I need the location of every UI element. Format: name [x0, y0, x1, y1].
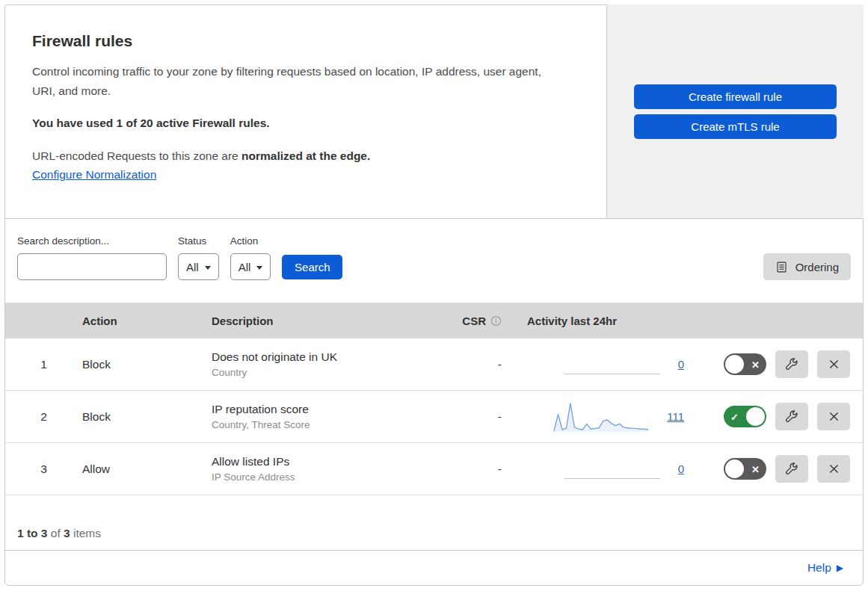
delete-rule-button[interactable]	[817, 350, 850, 378]
rules-table: Action Description CSR Activity last 24h…	[5, 303, 863, 495]
rule-description-cell: Allow listed IPs IP Source Address	[212, 455, 458, 483]
activity-count-link[interactable]: 111	[667, 410, 684, 423]
rule-action: Allow	[82, 462, 212, 476]
rule-description: Does not originate in UK	[212, 350, 458, 364]
x-icon: ✕	[751, 463, 760, 474]
search-group: Search description...	[17, 235, 167, 280]
help-bar: Help ▶	[5, 550, 863, 585]
action-dropdown[interactable]: All	[230, 253, 271, 280]
edit-rule-button[interactable]	[775, 403, 808, 430]
delete-rule-button[interactable]	[817, 403, 850, 430]
search-button[interactable]: Search	[282, 255, 342, 279]
rule-controls: ✓ ✕	[698, 403, 863, 430]
rule-priority: 1	[5, 358, 82, 371]
intro-card: Firewall rules Control incoming traffic …	[4, 4, 607, 219]
normalization-note: URL-encoded Requests to this zone are no…	[32, 149, 576, 163]
configure-normalization-link[interactable]: Configure Normalization	[32, 168, 156, 181]
status-dropdown-value: All	[186, 261, 199, 273]
check-icon: ✓	[730, 411, 739, 422]
ordering-button-label: Ordering	[795, 261, 839, 273]
close-icon	[828, 358, 840, 371]
normalization-bold: normalized at the edge.	[241, 149, 370, 162]
rule-description-cell: IP reputation score Country, Threat Scor…	[212, 403, 458, 430]
rule-priority: 2	[5, 410, 82, 424]
rule-action: Block	[82, 358, 212, 371]
column-header-activity: Activity last 24hr	[511, 315, 698, 327]
column-header-csr: CSR	[458, 315, 511, 327]
ordering-icon	[775, 261, 788, 273]
rule-csr: -	[458, 462, 511, 476]
caret-down-icon	[205, 266, 211, 270]
page-title: Firewall rules	[32, 32, 576, 50]
caret-down-icon	[256, 266, 262, 270]
items-total: 3	[64, 527, 70, 539]
rule-controls: ✓ ✕	[698, 455, 863, 483]
rule-activity-cell: 0	[511, 349, 698, 380]
create-mtls-rule-button[interactable]: Create mTLS rule	[634, 114, 837, 139]
activity-sparkline	[553, 401, 649, 433]
help-link[interactable]: Help ▶	[807, 561, 843, 575]
x-icon: ✕	[751, 359, 760, 370]
toggle-knob	[725, 460, 744, 478]
wrench-icon	[785, 410, 798, 424]
close-icon	[828, 410, 840, 423]
status-dropdown[interactable]: All	[178, 253, 219, 280]
rule-enabled-toggle[interactable]: ✓ ✕	[724, 353, 766, 375]
create-firewall-rule-button[interactable]: Create firewall rule	[634, 84, 837, 109]
column-header-action: Action	[82, 315, 212, 327]
action-filter-group: Action All	[230, 235, 271, 280]
table-row: 1 Block Does not originate in UK Country…	[5, 338, 863, 391]
rule-enabled-toggle[interactable]: ✓ ✕	[724, 458, 766, 480]
rule-description: IP reputation score	[212, 403, 458, 416]
page-description: Control incoming traffic to your zone by…	[32, 62, 564, 100]
table-header-row: Action Description CSR Activity last 24h…	[5, 303, 863, 338]
activity-count-link[interactable]: 0	[678, 358, 684, 371]
items-range: 1 to 3	[17, 527, 47, 539]
close-icon	[828, 462, 840, 475]
rule-csr: -	[458, 410, 511, 424]
actions-panel: Create firewall rule Create mTLS rule	[607, 4, 864, 219]
rule-description-cell: Does not originate in UK Country	[212, 350, 458, 378]
ordering-button[interactable]: Ordering	[763, 253, 851, 280]
rule-csr: -	[458, 358, 511, 371]
items-count: 1 to 3 of 3 items	[17, 527, 863, 540]
delete-rule-button[interactable]	[817, 455, 850, 483]
sparkline-flat-line	[564, 374, 660, 374]
chevron-right-icon: ▶	[837, 563, 843, 572]
edit-rule-button[interactable]	[775, 350, 808, 378]
header-section: Firewall rules Control incoming traffic …	[4, 4, 864, 219]
rule-description: Allow listed IPs	[212, 455, 458, 468]
edit-rule-button[interactable]	[775, 455, 808, 483]
search-input[interactable]	[31, 260, 183, 274]
rule-action: Block	[82, 410, 212, 424]
rule-priority: 3	[5, 462, 82, 476]
help-link-label: Help	[807, 561, 831, 575]
activity-count-link[interactable]: 0	[678, 462, 684, 475]
toggle-knob	[746, 407, 765, 426]
items-of: of	[51, 527, 61, 539]
items-suffix: items	[73, 527, 101, 539]
table-row: 2 Block IP reputation score Country, Thr…	[5, 391, 863, 443]
action-dropdown-value: All	[238, 261, 251, 273]
rule-enabled-toggle[interactable]: ✓ ✕	[724, 406, 766, 427]
wrench-icon	[785, 358, 798, 371]
sparkline-flat-line	[564, 478, 660, 479]
sparkline-chart	[553, 401, 649, 433]
table-row: 3 Allow Allow listed IPs IP Source Addre…	[5, 443, 863, 495]
filter-bar: Search description... Status All Action	[5, 219, 863, 280]
column-header-description: Description	[212, 315, 458, 327]
csr-header-label: CSR	[462, 315, 486, 327]
firewall-rules-page: Firewall rules Control incoming traffic …	[0, 0, 868, 591]
rule-controls: ✓ ✕	[698, 350, 863, 378]
rule-fields: IP Source Address	[212, 471, 458, 483]
toggle-knob	[725, 355, 744, 374]
normalization-prefix: URL-encoded Requests to this zone are	[32, 149, 241, 162]
rules-panel: Search description... Status All Action	[4, 218, 864, 586]
search-box	[17, 253, 167, 280]
status-label: Status	[178, 235, 219, 247]
activity-sparkline	[564, 454, 660, 485]
rule-activity-cell: 111	[511, 401, 698, 433]
info-icon[interactable]	[490, 315, 502, 327]
action-label: Action	[230, 235, 271, 247]
rule-activity-cell: 0	[511, 454, 698, 485]
